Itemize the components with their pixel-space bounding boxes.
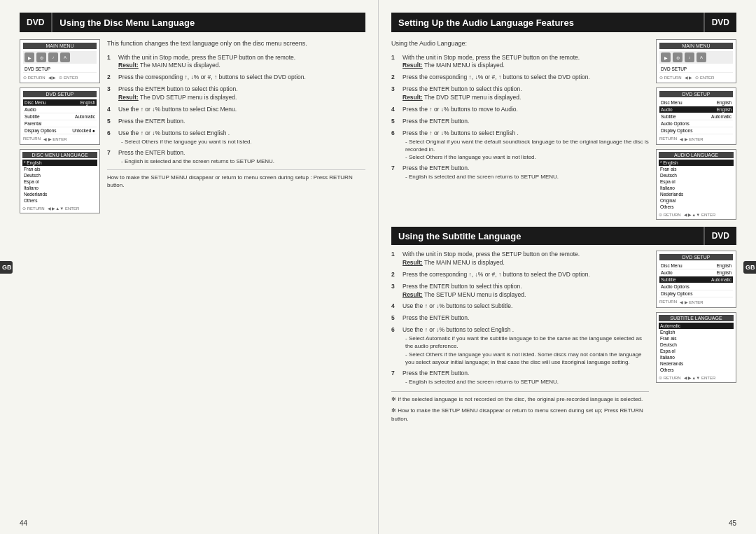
dvd-setup-row-2: SubtitleAutomatic [23,113,97,120]
audio-dvd-row-4: Display Options [659,127,733,134]
audio-lang-italian: Italiano [659,185,734,191]
audio-instructions: Using the Audio Language: 1 With the uni… [391,39,649,220]
subtitle-lang-title: SUBTITLE LANGUAGE [659,315,734,321]
sub-dvd-footer: RETURN◀ ▶ ENTER [659,300,733,304]
disc-lang-footer: ⊙ RETURN◀ ▶▲▼ ENTER [22,206,97,211]
lang-item-german: Deutsch [22,172,97,178]
sub-dvd-row-1: AudioEnglish [659,269,733,276]
dvd-setup-label: DVD SETUP [23,66,97,73]
lang-item-others: Others [22,197,97,204]
dvd-setup-row-0: Disc MenuEnglish [23,99,97,106]
audio-step-5: 5 Press the ENTER button. [391,118,649,126]
step-4: 4 Use the ↑ or ↓% buttons to select Disc… [107,106,365,114]
icon-sound-audio: ♪ [685,52,694,62]
subtitle-lang-screen: SUBTITLE LANGUAGE Automatic English Fran… [656,312,736,383]
audio-lang-screen: AUDIO LANGUAGE * English Fran ais Deutsc… [656,149,736,220]
subtitle-dvd-setup-title: DVD SETUP [659,254,733,260]
icon-lang: A [60,52,70,62]
audio-section-title: Setting Up the Audio Language Features [391,17,704,28]
sub-dvd-row-2: SubtitleAutomatic [659,276,733,283]
right-page: GB Setting Up the Audio Language Feature… [378,0,756,534]
step-3: 3 Press the ENTER button to select this … [107,85,365,102]
left-intro: This function changes the text language … [107,39,365,48]
dvd-setup-title: DVD SETUP [23,91,97,97]
icon-settings: ⚙ [36,52,46,62]
sub-lang-dutch: Nederlands [659,360,734,367]
audio-section-header: Setting Up the Audio Language Features D… [391,13,736,32]
main-menu-screen: MAIN MENU ▶ ⚙ ♪ A DVD SETUP ⊙ RETURN◀ ▶⊙… [20,39,100,83]
sub-dvd-row-3: Audio Options [659,283,733,290]
step-7: 7 Press the ENTER button. - English is s… [107,149,365,165]
audio-dvd-row-1: AudioEnglish [659,106,733,113]
lang-item-dutch: Nederlands [22,191,97,197]
icon-play-audio: ▶ [661,52,671,62]
audio-dvd-setup-title: DVD SETUP [659,91,733,97]
disc-menu-lang-screen: DISC MENU LANGUAGE * English Fran ais De… [20,149,100,213]
lang-item-italian: Italiano [22,185,97,191]
page-spread: GB DVD Using the Disc Menu Language MAIN… [0,0,756,534]
sub-step-6: 6 Use the ↑ or ↓% buttons to select Engl… [391,326,649,366]
sub-lang-others: Others [659,367,734,373]
left-page: GB DVD Using the Disc Menu Language MAIN… [0,0,378,534]
subtitle-dvd-setup-screen: DVD SETUP Disc MenuEnglish AudioEnglish … [656,251,736,308]
dvd-setup-row-1: Audio [23,106,97,113]
audio-main-menu-icons: ▶ ⚙ ♪ A [659,51,733,64]
audio-step-4: 4 Press the ↑ or ↓% buttons to move to A… [391,106,649,114]
step-6: 6 Use the ↑ or ↓% buttons to select Engl… [107,129,365,146]
left-note: How to make the SETUP MENU disappear or … [107,169,365,189]
audio-main-menu-screen: MAIN MENU ▶ ⚙ ♪ A DVD SETUP ⊙ RETURN◀ ▶⊙… [656,39,736,83]
subtitle-section-header: Using the Subtitle Language DVD [391,227,736,245]
audio-lang-original: Original [659,197,734,204]
main-menu-title: MAIN MENU [23,43,97,49]
audio-lang-footer: ⊙ RETURN◀ ▶▲▼ ENTER [659,212,734,217]
main-menu-icons: ▶ ⚙ ♪ A [23,51,97,64]
audio-lang-dutch: Nederlands [659,191,734,197]
sub-lang-italian: Italiano [659,354,734,360]
audio-dvd-row-3: Audio Options [659,120,733,127]
left-step-list: 1 With the unit in Stop mode, press the … [107,54,365,165]
audio-intro: Using the Audio Language: [391,39,649,48]
lang-item-spanish: Espa ol [22,178,97,185]
sub-step-3: 3 Press the ENTER button to select this … [391,283,649,300]
sub-dvd-row-0: Disc MenuEnglish [659,262,733,269]
dvd-setup-row-3: Parental [23,120,97,127]
icon-lang-audio: A [696,52,706,62]
audio-step-1: 1 With the unit in Stop mode, press the … [391,54,649,71]
lang-item-french: Fran ais [22,166,97,172]
dvd-setup-footer: RETURN◀ ▶ ENTER [23,136,97,141]
audio-main-footer: ⊙ RETURN◀ ▶⊙ ENTER [659,75,733,80]
sub-step-4: 4 Use the ↑ or ↓% buttons to select Subt… [391,302,649,311]
step-1: 1 With the unit in Stop mode, press the … [107,54,365,71]
sub-step-7: 7 Press the ENTER button. - English is s… [391,370,649,386]
audio-dvd-setup-screen: DVD SETUP Disc MenuEnglish AudioEnglish … [656,87,736,145]
audio-step-7: 7 Press the ENTER button. - English is s… [391,164,649,181]
icon-play: ▶ [24,52,34,62]
dvd-setup-row-4: Display OptionsUnlocked ● [23,127,97,134]
sub-step-5: 5 Press the ENTER button. [391,314,649,323]
sub-step-1: 1 With the unit in Stop mode, press the … [391,251,649,267]
sub-step-2: 2 Press the corresponding ↑, ↓% or #, ↑ … [391,271,649,279]
step-5: 5 Press the ENTER button. [107,118,365,126]
subtitle-content: 1 With the unit in Stop mode, press the … [391,251,736,423]
audio-lang-spanish: Espa ol [659,178,734,185]
audio-step-2: 2 Press the corresponding ↑, ↓% or #, ↑ … [391,73,649,82]
icon-sound: ♪ [48,52,58,62]
audio-dvd-row-0: Disc MenuEnglish [659,99,733,106]
audio-dvd-setup-label: DVD SETUP [659,66,733,73]
audio-lang-french: Fran ais [659,166,734,172]
audio-step-6: 6 Press the ↑ or ↓% buttons to select En… [391,129,649,161]
warning-1: ✼ If the selected language is not record… [391,395,649,404]
main-menu-footer: ⊙ RETURN◀ ▶⊙ ENTER [23,75,97,80]
audio-lang-title: AUDIO LANGUAGE [659,152,734,158]
subtitle-section-title: Using the Subtitle Language [391,231,704,241]
warning-2: ✼ How to make the SETUP MENU disappear o… [391,407,649,423]
audio-main-menu-title: MAIN MENU [659,43,733,49]
left-section-header: DVD Using the Disc Menu Language [20,13,365,32]
sub-lang-footer: ⊙ RETURN◀ ▶▲▼ ENTER [659,375,734,380]
left-section-title: Using the Disc Menu Language [52,17,365,28]
disc-menu-lang-title: DISC MENU LANGUAGE [22,152,97,158]
sub-lang-german: Deutsch [659,342,734,348]
audio-lang-english: * English [659,160,734,166]
audio-screens-column: MAIN MENU ▶ ⚙ ♪ A DVD SETUP ⊙ RETURN◀ ▶⊙… [656,39,736,220]
dvd-setup-screen: DVD SETUP Disc MenuEnglish Audio Subtitl… [20,87,100,145]
